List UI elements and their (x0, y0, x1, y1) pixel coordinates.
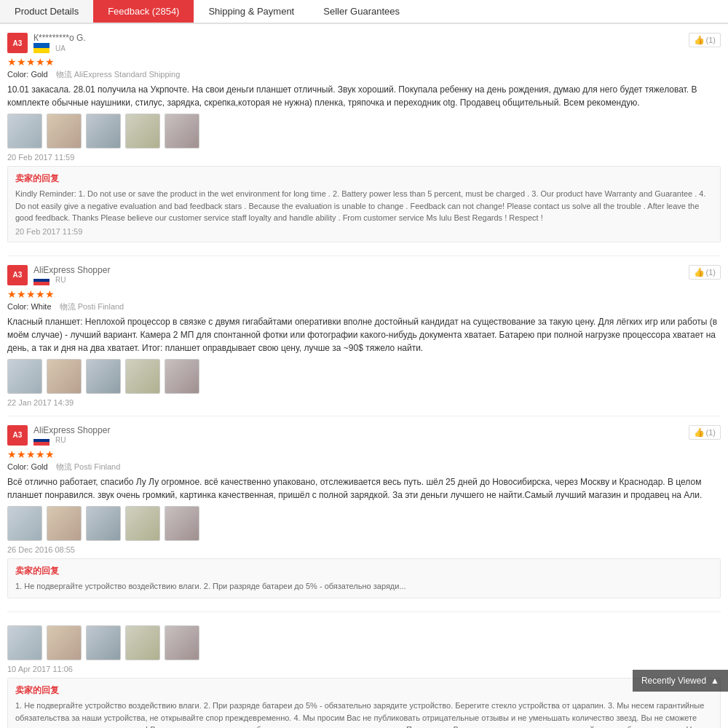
review-image-1[interactable] (7, 506, 42, 541)
review-image-4[interactable] (125, 506, 160, 541)
review-date: 26 Dec 2016 08:55 (7, 545, 721, 554)
seller-reply-3: 卖家的回复 1. Не подвергайте устройство возде… (7, 558, 721, 599)
reviewer-avatar: A3 (7, 33, 28, 53)
review-image-5[interactable] (165, 506, 199, 541)
review-date: 22 Jan 2017 14:39 (7, 398, 721, 407)
review-date: 10 Apr 2017 11:06 (7, 665, 721, 673)
review-image-4[interactable] (125, 114, 160, 149)
review-meta: Color: Gold 物流 Posti Finland (7, 462, 721, 472)
review-image-2[interactable] (47, 506, 82, 541)
star-rating: ★★★★★ (7, 288, 55, 300)
tab-feedback[interactable]: Feedback (2854) (93, 0, 194, 23)
review-text: Всё отлично работает, спасибо Лу Лу огро… (7, 475, 721, 502)
review-image-1[interactable] (7, 625, 42, 660)
tab-bar: Product Details Feedback (2854) Shipping… (0, 0, 728, 24)
helpful-button-1[interactable]: 👍 (1) (689, 33, 721, 47)
chevron-up-icon: ▲ (711, 676, 719, 686)
tab-product-details[interactable]: Product Details (0, 0, 93, 23)
helpful-button-3[interactable]: 👍 (1) (689, 425, 721, 440)
review-image-3[interactable] (86, 114, 121, 149)
review-image-4[interactable] (125, 625, 160, 660)
review-image-5[interactable] (165, 359, 199, 394)
reviewer-avatar: A3 (7, 265, 28, 285)
review-text: 10.01 закасала. 28.01 получила на Укрпоч… (7, 83, 721, 109)
review-image-3[interactable] (86, 506, 121, 541)
reviewer-name: AliExpress Shopper (33, 425, 721, 435)
reviewer-name: К*********о G. (33, 33, 721, 43)
reviewer-country: RU (33, 275, 721, 285)
review-image-5[interactable] (165, 625, 199, 660)
reviewer-avatar: A3 (7, 425, 28, 446)
review-item: A3 AliExpress Shopper RU ★★★★★ Color: Wh… (7, 256, 721, 416)
review-image-3[interactable] (86, 359, 121, 394)
review-image-2[interactable] (47, 359, 82, 394)
review-meta: Color: White 物流 Posti Finland (7, 301, 721, 312)
review-image-5[interactable] (165, 114, 199, 149)
review-image-1[interactable] (7, 359, 42, 394)
review-text: Класный планшет: Неплохой процессор в св… (7, 315, 721, 355)
review-image-4[interactable] (125, 359, 160, 394)
review-meta: Color: Gold 物流 AliExpress Standard Shipp… (7, 69, 721, 80)
review-image-1[interactable] (7, 114, 42, 149)
reviewer-name: AliExpress Shopper (33, 265, 721, 275)
tab-seller[interactable]: Seller Guarantees (309, 0, 414, 23)
recently-viewed-button[interactable]: Recently Viewed ▲ (633, 670, 728, 692)
tab-shipping[interactable]: Shipping & Payment (194, 0, 309, 23)
review-item: A3 AliExpress Shopper RU ★★★★★ Color: Go… (7, 416, 721, 613)
helpful-button-2[interactable]: 👍 (1) (689, 265, 721, 280)
review-date: 20 Feb 2017 11:59 (7, 153, 721, 162)
seller-reply-4: 卖家的回复 1. Не подвергайте устройство возде… (7, 678, 721, 728)
review-item: 10 Apr 2017 11:06 卖家的回复 1. Не подвергайт… (7, 612, 721, 728)
review-image-3[interactable] (86, 625, 121, 660)
review-image-2[interactable] (47, 625, 82, 660)
star-rating: ★★★★★ (7, 448, 55, 460)
reviewer-country: RU (33, 435, 721, 446)
review-item: A3 К*********о G. UA ★★★★★ Color: Gold 物… (7, 24, 721, 256)
star-rating: ★★★★★ (7, 56, 55, 68)
reviews-list: A3 К*********о G. UA ★★★★★ Color: Gold 物… (0, 24, 728, 728)
seller-reply-1: 卖家的回复 Kindly Reminder: 1. Do not use or … (7, 166, 721, 242)
recently-viewed-label: Recently Viewed (641, 676, 706, 686)
reviewer-country: UA (33, 43, 721, 53)
review-image-2[interactable] (47, 114, 82, 149)
